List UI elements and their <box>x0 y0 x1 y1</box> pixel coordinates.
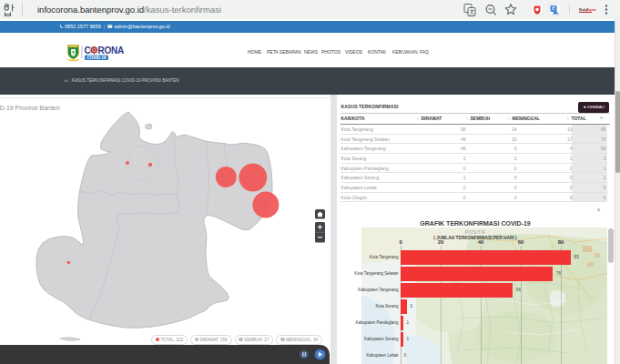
svg-text:COVID-19: COVID-19 <box>87 56 107 60</box>
svg-text:Form: Form <box>587 7 596 12</box>
